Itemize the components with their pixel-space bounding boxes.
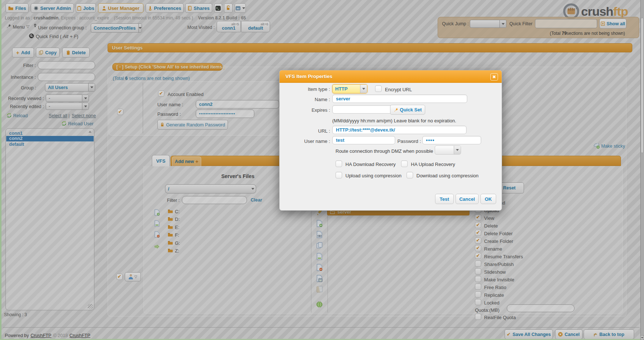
upload-compression-checkbox[interactable] [336,172,342,178]
dmz-label: Route connection through DMZ when possib… [336,148,436,154]
item-type-select[interactable]: HTTP [332,84,367,93]
test-label: Test [440,196,449,202]
item-type-value: HTTP [333,85,360,93]
modal-password-value: •••• [426,137,435,143]
encrypt-url-checkbox[interactable] [375,85,382,92]
item-type-label: Item type : [287,86,330,92]
modal-password-input[interactable]: •••• [422,136,481,144]
download-compression-checkbox[interactable] [407,172,413,178]
encrypt-url-label: Encrypt URL [385,87,412,92]
test-button[interactable]: Test [435,194,454,204]
url-input[interactable]: HTTP://test:****@devex.tk/ [332,126,467,134]
quick-set-label: Quick Set [400,107,422,112]
modal-username-value: test [336,137,344,143]
ok-button[interactable]: OK [480,194,496,204]
close-icon[interactable]: ✖ [490,73,498,81]
dialog-title-bar[interactable]: VFS Item Properties [280,70,502,83]
expires-note: (MM/dd/yyyy hh:mm am/pm) Leave blank for… [332,118,456,123]
wrench-icon [394,108,398,112]
ha-download-recovery-label: HA Download Recovery [345,162,396,167]
caret-down-icon [360,85,367,93]
modal-cancel-label: Cancel [459,196,475,202]
modal-username-label: User name : [287,138,330,144]
quick-set-button[interactable]: Quick Set [390,105,425,115]
name-input[interactable]: server [332,95,467,103]
ha-download-recovery-checkbox[interactable] [336,160,342,167]
caret-down-icon [454,146,461,154]
expires-label: Expires : [287,107,330,113]
crushftp-app: Files Server Admin Jobs User Manager Pre… [0,0,644,340]
modal-cancel-button[interactable]: Cancel [456,194,479,204]
dialog-title: VFS Item Properties [285,74,332,79]
ok-label: OK [485,196,492,202]
ha-upload-recovery-label: HA Upload Recovery [411,162,455,167]
upload-compression-label: Upload using compression [345,173,401,178]
dmz-select[interactable] [435,145,461,155]
name-value: server [336,96,350,101]
url-label: URL : [287,128,330,134]
url-value: HTTP://test:****@devex.tk/ [336,127,395,133]
modal-username-input[interactable]: test [332,136,395,144]
name-label: Name : [287,97,330,102]
download-compression-label: Download using compression [416,173,479,178]
vfs-item-properties-dialog: VFS Item Properties ✖ Item type : HTTP E… [279,70,502,211]
modal-password-label: Password : [397,138,421,144]
dmz-value [435,146,454,154]
ha-upload-recovery-checkbox[interactable] [401,160,408,167]
